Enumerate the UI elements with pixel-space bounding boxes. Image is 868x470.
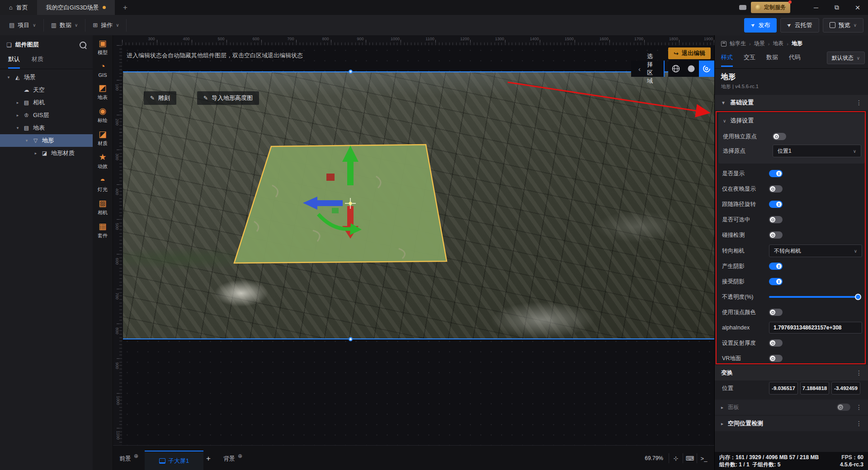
caret-icon[interactable]: ▸ xyxy=(15,113,20,118)
panel-section-header[interactable]: ▸ 面板 ⋮ xyxy=(715,400,868,415)
select-settings-header[interactable]: ∨ 选择设置 xyxy=(723,117,754,125)
caret-icon[interactable]: ▸ xyxy=(33,151,38,155)
selection-handle-top[interactable] xyxy=(349,70,353,74)
selectable-toggle[interactable] xyxy=(769,216,783,223)
panel-toggle[interactable] xyxy=(837,404,850,411)
selection-handle-bottom[interactable] xyxy=(349,337,353,341)
vr-ground-toggle[interactable] xyxy=(769,355,783,362)
reflection-thickness-toggle[interactable] xyxy=(769,339,783,347)
tree-item-gis-layer[interactable]: ▸ ♔ GIS层 xyxy=(0,109,93,122)
base-settings-header[interactable]: ▼ 基础设置 ⋮ xyxy=(715,95,868,110)
viewport[interactable]: 3004005006007008009001000110012001300140… xyxy=(113,35,714,445)
gizmo-green-cube[interactable] xyxy=(332,208,339,213)
state-selector[interactable]: 默认状态 ∨ xyxy=(827,52,865,64)
dock-item-plot[interactable]: ◉ 标绘 xyxy=(98,107,108,124)
tree-item-ground[interactable]: ▾ ▤ 地表 xyxy=(0,122,93,134)
kebab-menu-icon[interactable]: ⋮ xyxy=(856,420,862,427)
chevron-left-icon[interactable]: ‹ xyxy=(638,65,641,73)
gizmo-center-point[interactable] xyxy=(349,202,352,205)
select-region-button[interactable]: ‹ 选择区域 xyxy=(631,61,664,77)
arc-circle-icon[interactable] xyxy=(699,61,714,77)
add-circle-icon[interactable]: ⊕ xyxy=(238,453,242,459)
cast-shadow-toggle[interactable] xyxy=(769,263,783,270)
kebab-menu-icon[interactable]: ⋮ xyxy=(856,404,862,411)
breadcrumb-item[interactable]: 地表 xyxy=(773,40,783,47)
select-origin-select[interactable]: 位置1∨ xyxy=(773,145,861,157)
new-tab-button[interactable]: + xyxy=(115,0,136,15)
face-camera-select[interactable]: 不转向相机∨ xyxy=(769,244,862,257)
canvas-area[interactable]: ✎ 雕刻 ✎ 导入地形高度图 ‹ 选择区域 xyxy=(122,45,714,445)
preview-button[interactable]: 预览 ∨ xyxy=(823,18,863,33)
transform-header[interactable]: 变换 ⋮ xyxy=(715,365,868,381)
keyboard-icon[interactable]: ⌨ xyxy=(683,453,697,463)
tab-document[interactable]: 我的空白GIS3D场景 xyxy=(37,0,115,15)
dock-item-camera[interactable]: ▨ 相机 xyxy=(98,199,108,216)
caret-icon[interactable]: ▸ xyxy=(15,100,20,105)
receive-shadow-toggle[interactable] xyxy=(769,278,783,285)
tree-item-camera[interactable]: ▸ ▤ 相机 xyxy=(0,96,93,109)
cloud-host-button[interactable]: ➤ 云托管 xyxy=(780,18,819,33)
terminal-icon[interactable]: >_ xyxy=(697,453,711,463)
exit-edit-button[interactable]: ↪ 退出编辑 xyxy=(668,47,711,59)
caret-icon[interactable]: ▾ xyxy=(6,75,11,80)
inspector-tab-code[interactable]: 代码 xyxy=(789,53,801,67)
background-tab[interactable]: 背景 ⊕ xyxy=(223,451,242,466)
add-circle-icon[interactable]: ⊕ xyxy=(134,453,138,459)
sidebar-tab-material[interactable]: 材质 xyxy=(32,55,43,69)
restore-button[interactable]: ⧉ xyxy=(826,0,847,15)
publish-button[interactable]: ➤ 发布 xyxy=(744,18,777,33)
dock-item-effect[interactable]: ★ 动效 xyxy=(98,153,108,170)
kebab-menu-icon[interactable]: ⋮ xyxy=(856,99,862,106)
tab-home[interactable]: ⌂ 首页 xyxy=(0,0,37,15)
solid-circle-icon[interactable] xyxy=(684,61,699,77)
dock-item-ground[interactable]: ◩ 地表 xyxy=(98,84,108,101)
search-icon[interactable] xyxy=(80,42,86,48)
menu-operate[interactable]: ⊞ 操作 ∨ xyxy=(85,19,127,32)
breadcrumb-item[interactable]: 场景 xyxy=(754,40,765,47)
sidebar-tab-default[interactable]: 默认 xyxy=(8,55,20,69)
screen-tab-active[interactable]: 子大屏1 xyxy=(145,451,203,470)
caret-icon[interactable]: ▾ xyxy=(24,138,29,143)
inspector-tab-interaction[interactable]: 交互 xyxy=(744,53,755,67)
wire-globe-icon[interactable] xyxy=(668,61,684,77)
chat-icon[interactable] xyxy=(739,5,746,10)
night-only-toggle[interactable] xyxy=(769,185,783,193)
use-independent-origin-toggle[interactable] xyxy=(773,133,786,140)
dock-item-light[interactable]: ◓ 灯光 xyxy=(98,176,108,193)
visible-toggle[interactable] xyxy=(769,170,783,177)
gizmo-up-axis[interactable] xyxy=(347,161,354,185)
tree-item-terrain[interactable]: ▾ ▽ 地形 xyxy=(0,134,93,147)
gizmo-red-cube[interactable] xyxy=(326,174,335,181)
sculpt-button[interactable]: ✎ 雕刻 xyxy=(144,91,176,105)
foreground-tab[interactable]: 前景 ⊕ xyxy=(119,451,138,466)
fit-screen-icon[interactable]: ⊹ xyxy=(669,453,683,463)
custom-service-badge[interactable]: 定制服务 xyxy=(751,2,790,13)
collision-detection-toggle[interactable] xyxy=(769,231,783,239)
dock-item-model[interactable]: ▣ 模型 xyxy=(98,39,108,56)
menu-data[interactable]: ▥ 数据 ∨ xyxy=(44,19,86,32)
close-button[interactable]: × xyxy=(847,0,868,15)
breadcrumb-item[interactable]: 地形 xyxy=(792,40,802,47)
import-heightmap-button[interactable]: ✎ 导入地形高度图 xyxy=(197,91,259,105)
dock-item-gis[interactable]: ◔ GIS xyxy=(99,62,107,78)
position-z-input[interactable]: -3.492459 xyxy=(831,382,860,395)
zoom-level[interactable]: 69.79% xyxy=(645,455,663,461)
caret-icon[interactable]: ▾ xyxy=(15,126,20,130)
add-screen-button[interactable]: + xyxy=(206,451,211,466)
inspector-tab-style[interactable]: 样式 xyxy=(721,53,733,67)
position-x-input[interactable]: -9.036517 xyxy=(769,382,798,395)
kebab-menu-icon[interactable]: ⋮ xyxy=(856,369,862,376)
opacity-slider[interactable] xyxy=(769,293,860,301)
tree-item-sky[interactable]: ☁ 天空 xyxy=(0,84,93,96)
tree-item-terrain-material[interactable]: ▸ ◪ 地形材质 xyxy=(0,147,93,160)
breadcrumb-item[interactable]: 鲸孪生 xyxy=(730,40,746,47)
follow-path-rotation-toggle[interactable] xyxy=(769,201,783,208)
minimize-button[interactable]: ─ xyxy=(806,0,826,15)
dock-item-kit[interactable]: ▦ 套件 xyxy=(98,222,108,239)
dock-item-material[interactable]: ◪ 材质 xyxy=(98,130,108,147)
alpha-index-input[interactable]: 1.7976931348623157e+308 xyxy=(769,322,862,334)
vertex-color-toggle[interactable] xyxy=(769,309,783,316)
menu-project[interactable]: ▤ 项目 ∨ xyxy=(2,19,44,32)
scene-canvas[interactable] xyxy=(123,71,714,339)
inspector-tab-data[interactable]: 数据 xyxy=(766,53,778,67)
